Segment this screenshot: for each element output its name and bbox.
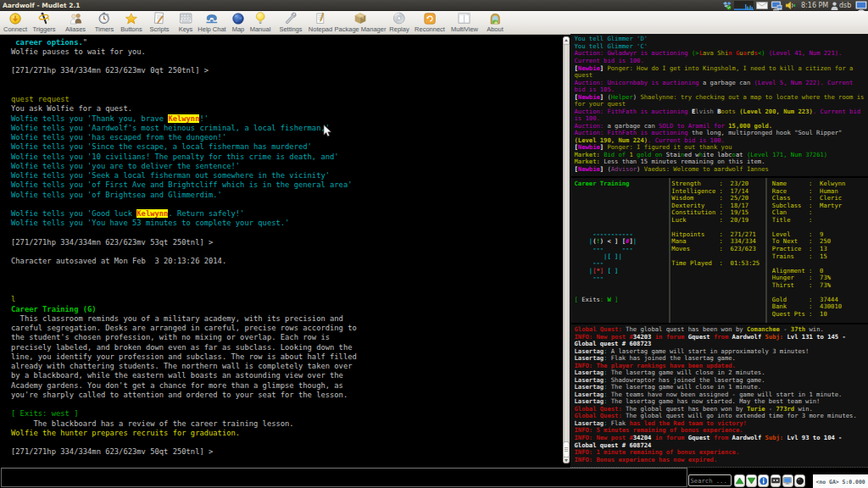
toolbar-item-label: About xyxy=(487,25,504,33)
triggers-icon xyxy=(37,12,51,25)
scrollbar-track[interactable] xyxy=(563,36,570,464)
console-line: Wolfie tells you 'You have 53 minutes to… xyxy=(11,219,357,228)
connect-icon xyxy=(8,12,22,25)
chat-console[interactable]: You tell Glimmer 'D'You tell Glimmer 'C'… xyxy=(575,36,865,173)
text-segment: <) xyxy=(758,49,765,57)
text-segment: Wolfie tells you 'Thank you, brave xyxy=(11,114,168,123)
scroll-up-icon xyxy=(736,477,743,485)
toolbar-item-label: Triggers xyxy=(32,25,55,33)
console-line: quest request xyxy=(11,95,357,104)
scrollbar-thumb[interactable] xyxy=(563,441,570,458)
toolbar-item-reconnect[interactable]: Reconnect xyxy=(415,12,445,34)
console-line xyxy=(575,195,637,202)
info-console[interactable]: Global Quest: The global quest has been … xyxy=(575,326,857,463)
text-segment: Wolfie tells you 'of Brightsea and Glimm… xyxy=(11,191,222,199)
toolbar-item-multiview[interactable]: MultiView xyxy=(451,12,478,34)
attributes-console[interactable]: Strength : 23/20 Intelligence : 17/14 Wi… xyxy=(668,180,760,267)
text-segment: Exits xyxy=(578,296,600,303)
screen-icon xyxy=(783,477,792,485)
console-line xyxy=(11,86,357,95)
text-segment: Vaedus: Welcome to aardwolf Iannes xyxy=(644,165,769,173)
text-segment: rd xyxy=(747,49,754,57)
text-segment: in forum xyxy=(651,333,687,341)
down-arrow-icon xyxy=(565,459,568,462)
screen-button[interactable] xyxy=(782,474,793,486)
text-segment: Academy gardens. You don't get a chance … xyxy=(11,381,343,390)
toolbar-item-label: Replay xyxy=(389,25,409,33)
display-tray-icon[interactable] xyxy=(855,1,867,11)
text-segment: Wolfie tells you '10 civilians! The pena… xyxy=(11,152,339,161)
username-label: dsb xyxy=(839,2,851,9)
console-line: Wolfie tells you 'Since the escape, a lo… xyxy=(11,142,357,152)
console-line: line, you identify your profession and s… xyxy=(11,352,357,362)
mouse-cursor-icon xyxy=(323,125,333,138)
toolbar-item-scripts[interactable]: Scripts xyxy=(150,12,170,34)
console-line: the student's chosen profession, with no… xyxy=(11,333,357,342)
package-manager-icon xyxy=(353,12,367,25)
toolbar-item-manual[interactable]: Manual xyxy=(250,12,271,34)
room-map-console[interactable]: Career Training ----------- |(!) < ] [#]… xyxy=(575,180,637,303)
console-line: Thirst : 73% xyxy=(769,282,846,290)
dropbox-tray-icon[interactable] xyxy=(722,1,732,10)
scripts-icon xyxy=(153,12,166,25)
console-line: you're sharply called to attention and o… xyxy=(11,391,357,400)
toolbar-item-notepad[interactable]: Notepad xyxy=(309,12,332,34)
toolbar-item-map[interactable]: Map xyxy=(231,12,245,34)
toolbar-item-settings[interactable]: Settings xyxy=(279,12,302,34)
text-segment: . Current bid xyxy=(813,108,860,115)
text-segment: (Level 200, Num 223) xyxy=(736,108,813,115)
scroll-up-button[interactable] xyxy=(734,474,745,486)
settings-icon xyxy=(284,12,298,25)
text-segment: [271/271hp 334/334mn 623/623mv 53qt 250t… xyxy=(11,238,213,247)
toolbar-item-replay[interactable]: Replay xyxy=(389,12,409,34)
console-line: Wolfie tells you 'of Brightsea and Glimm… xyxy=(11,191,357,200)
recorder-button[interactable] xyxy=(771,474,782,486)
console-line xyxy=(11,267,357,276)
text-segment: The blackboard has a review of the caree… xyxy=(11,419,294,428)
map-icon xyxy=(231,12,245,25)
toolbar-item-help-chat[interactable]: Help Chat xyxy=(198,12,225,34)
toolbar-item-keys[interactable]: Keys xyxy=(179,12,193,34)
text-segment: INFO: Bonus experience has now expired. xyxy=(575,456,718,463)
user-tray-icon[interactable] xyxy=(831,2,838,10)
text-segment: oots xyxy=(721,108,736,115)
scroll-down-button[interactable] xyxy=(746,474,757,486)
volume-tray-icon[interactable] xyxy=(785,1,796,10)
info-button[interactable] xyxy=(758,474,769,486)
scrollbar-down-button[interactable] xyxy=(563,457,570,463)
toolbar-item-buttons[interactable]: Buttons xyxy=(120,12,142,34)
console-line: Auction: FithFath is auctioning Elvish B… xyxy=(575,108,865,116)
console-line: Character autosaved at Mon Feb 3 20:13:2… xyxy=(11,257,357,266)
window-title: Aardwolf - Mudlet 2.1 xyxy=(3,2,81,9)
console-line: Title : xyxy=(769,217,846,225)
network-monitor-tray-icon[interactable] xyxy=(734,1,754,10)
console-line xyxy=(11,76,357,86)
text-segment: by a blackboard, while the eastern wall … xyxy=(11,371,343,380)
console-line xyxy=(11,200,357,209)
toolbar-item-label: Settings xyxy=(279,25,302,33)
text-segment: Luck : 20/19 xyxy=(668,216,748,224)
character-console[interactable]: Name : Kelwynn Race : Human Class : Cler… xyxy=(769,180,846,318)
search-input[interactable]: Search ... xyxy=(688,474,732,486)
toolbar-item-connect[interactable]: Connect xyxy=(3,12,27,34)
toolbar-item-aliases[interactable]: Aliases xyxy=(65,12,86,34)
info-icon xyxy=(760,477,768,485)
mail-tray-icon[interactable] xyxy=(756,2,768,9)
toolbar-item-package-manager[interactable]: Package Manager xyxy=(335,12,387,34)
text-segment: Time Played : 01:53:25 xyxy=(668,259,760,267)
command-input[interactable] xyxy=(1,468,687,487)
console-line: Wolfie tells you '10 civilians! The pena… xyxy=(11,152,357,162)
toolbar-item-timers[interactable]: Timers xyxy=(95,12,114,34)
remote-desktop-tray-icon[interactable] xyxy=(771,1,782,11)
text-segment: Subj: xyxy=(761,333,783,341)
grip-icon xyxy=(565,451,568,452)
toolbar-item-about[interactable]: About xyxy=(487,12,504,34)
scrollbar-up-button[interactable] xyxy=(563,36,570,45)
main-console[interactable]: career options."Wolfie pauses to wait fo… xyxy=(11,38,357,458)
toolbar-item-triggers[interactable]: Triggers xyxy=(32,12,55,34)
ball-button[interactable] xyxy=(794,474,805,486)
scrollbar[interactable] xyxy=(563,36,570,464)
title-bar[interactable]: Aardwolf - Mudlet 2.1 8:16 xyxy=(0,0,868,11)
grip-icon xyxy=(565,449,568,450)
console-line xyxy=(575,217,637,225)
